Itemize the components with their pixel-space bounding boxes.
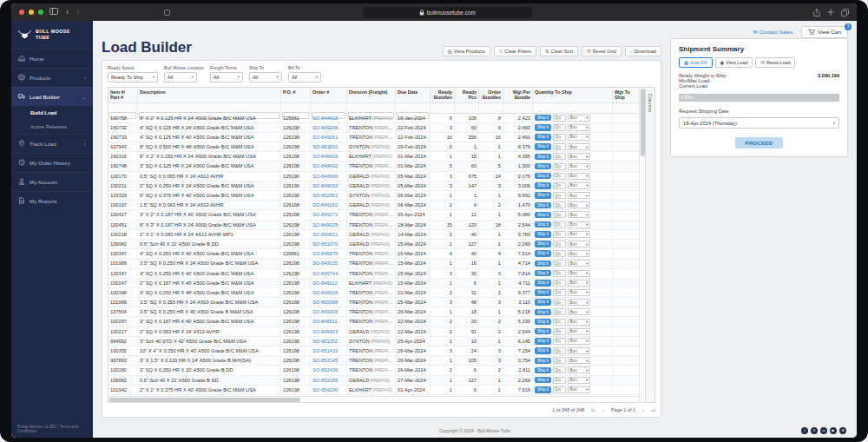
ship-it-button[interactable]: Ship It	[535, 173, 551, 180]
bundle-unit-select[interactable]: Bun▾	[568, 280, 590, 287]
order-link[interactable]: SO-848511	[312, 319, 338, 324]
order-link[interactable]: SO-850098	[312, 300, 338, 305]
brand-logo[interactable]: BULL MOOSE TUBE	[11, 21, 93, 47]
sidebar-item-track-load[interactable]: Track Load›	[11, 134, 93, 153]
back-icon[interactable]: ‹	[64, 8, 70, 16]
order-link[interactable]: SO-849061	[312, 135, 338, 140]
ship-it-button[interactable]: Ship It	[535, 143, 551, 150]
youtube-icon[interactable]: ▶	[830, 427, 837, 434]
bundle-unit-select[interactable]: Bun▾	[568, 289, 590, 296]
order-link[interactable]: SO-849112	[312, 280, 338, 286]
sidebar-item-home[interactable]: Home	[11, 49, 93, 68]
bundle-unit-select[interactable]: Bun▾	[568, 366, 590, 373]
qty-input[interactable]	[553, 221, 566, 228]
view-load-button[interactable]: ◉View Load	[715, 57, 753, 68]
column-header-p-o[interactable]: P.O. #	[281, 88, 311, 102]
qty-input[interactable]	[553, 153, 566, 160]
qty-input[interactable]	[553, 231, 566, 238]
bundle-unit-select[interactable]: Bun▾	[568, 338, 590, 345]
bundle-unit-select[interactable]: Bun▾	[568, 308, 590, 315]
order-link[interactable]: SO-848428	[312, 154, 338, 159]
order-link[interactable]: SO-849025	[312, 222, 338, 228]
clear-sort-button[interactable]: ⇅Clear Sort	[540, 46, 578, 56]
ship-it-button[interactable]: Ship It	[535, 289, 551, 296]
order-link[interactable]: SO-850621	[312, 232, 338, 237]
column-header-due-date[interactable]: Due Date	[396, 88, 431, 102]
order-link[interactable]: SO-849032	[312, 183, 338, 188]
zoom-window-button[interactable]	[38, 10, 43, 15]
ship-it-button[interactable]: Ship It	[535, 358, 551, 365]
sidebar-item-my-reports[interactable]: My Reports	[11, 191, 93, 210]
linkedin-icon[interactable]: in	[820, 427, 827, 434]
bundle-unit-select[interactable]: Bun▾	[568, 201, 590, 208]
ship-it-button[interactable]: Ship It	[535, 134, 551, 141]
bundle-unit-select[interactable]: Bun▾	[568, 328, 590, 335]
bundle-unit-select[interactable]: Bun▾	[568, 211, 590, 218]
vertical-scrollbar[interactable]	[639, 88, 645, 402]
order-link[interactable]: SO-849115	[312, 261, 338, 266]
bundle-unit-select[interactable]: Bun▾	[568, 270, 590, 277]
ship-it-button[interactable]: Ship It	[535, 202, 551, 209]
order-link[interactable]: SO-852951	[312, 193, 338, 198]
bundle-unit-select[interactable]: Bun▾	[568, 347, 590, 354]
auto-fill-button[interactable]: ▦Auto Fill	[679, 57, 713, 68]
ship-it-button[interactable]: Ship It	[535, 115, 551, 122]
qty-input[interactable]	[553, 270, 566, 277]
bill-to-select[interactable]: All▾	[288, 72, 321, 82]
ready-status-select[interactable]: Ready To Ship▾	[108, 72, 158, 82]
bundle-unit-select[interactable]: Bun▾	[568, 299, 590, 306]
ship-it-button[interactable]: Ship It	[535, 347, 551, 354]
qty-input[interactable]	[553, 211, 566, 218]
column-header-description[interactable]: Description	[138, 88, 281, 102]
ship-it-button[interactable]: Ship It	[535, 124, 551, 131]
order-link[interactable]: SO-852436	[312, 367, 338, 373]
ship-it-button[interactable]: Ship It	[535, 182, 551, 189]
bundle-unit-select[interactable]: Bun▾	[568, 182, 590, 189]
ship-it-button[interactable]: Ship It	[535, 163, 551, 170]
qty-input[interactable]	[553, 308, 566, 315]
order-link[interactable]: SO-851542	[312, 144, 338, 149]
column-header-item-part[interactable]: Item #/ Part #	[108, 88, 138, 102]
ship-it-button[interactable]: Ship It	[535, 250, 551, 257]
bundle-unit-select[interactable]: Bun▾	[568, 386, 590, 393]
bundle-unit-select[interactable]: Bun▾	[568, 377, 590, 384]
share-icon[interactable]	[813, 9, 820, 16]
qty-input[interactable]	[553, 250, 566, 257]
ship-it-button[interactable]: Ship It	[535, 386, 551, 393]
bundle-unit-select[interactable]: Bun▾	[568, 241, 590, 247]
bundle-unit-select[interactable]: Bun▾	[568, 260, 590, 267]
contact-sales-link[interactable]: ✉ Contact Sales	[753, 29, 793, 35]
bundle-unit-select[interactable]: Bun▾	[568, 357, 590, 364]
tab-overview-icon[interactable]	[841, 9, 849, 16]
sidebar-subitem-active-releases[interactable]: Active Releases	[11, 120, 93, 134]
bundle-unit-select[interactable]: Bun▾	[568, 319, 590, 326]
ship-it-button[interactable]: Ship It	[535, 192, 551, 199]
qty-input[interactable]	[553, 182, 566, 189]
ship-to-select[interactable]: All▾	[249, 72, 282, 82]
portal-version[interactable]: Portal Version v3.351 | Terms and Condit…	[11, 421, 93, 438]
qty-input[interactable]	[553, 201, 566, 208]
address-bar[interactable]: bullmoosetube.com	[363, 7, 532, 18]
ship-it-button[interactable]: Ship It	[535, 319, 551, 326]
order-link[interactable]: SO-849744	[312, 271, 338, 276]
order-link[interactable]: SO-848428	[312, 290, 338, 295]
bundle-unit-select[interactable]: Bun▾	[568, 143, 590, 150]
qty-input[interactable]	[553, 299, 566, 306]
bundle-unit-select[interactable]: Bun▾	[568, 124, 590, 131]
ship-it-button[interactable]: Ship It	[535, 270, 551, 277]
column-header-order-bundles[interactable]: Order Bundles	[479, 88, 503, 102]
ship-it-button[interactable]: Ship It	[535, 212, 551, 219]
sidebar-item-products[interactable]: Products›	[11, 68, 93, 87]
qty-input[interactable]	[553, 192, 566, 199]
ship-it-button[interactable]: Ship It	[535, 299, 551, 306]
ship-it-button[interactable]: Ship It	[535, 231, 551, 238]
order-link[interactable]: SO-854200	[312, 387, 338, 393]
horizontal-scrollbar[interactable]	[108, 396, 639, 402]
next-page-icon[interactable]: ›	[642, 407, 644, 412]
qty-input[interactable]	[553, 319, 566, 326]
minimize-window-button[interactable]	[29, 10, 34, 15]
x-icon[interactable]: X	[811, 427, 818, 434]
ship-it-button[interactable]: Ship It	[535, 328, 551, 335]
column-header-division-freight[interactable]: Division (Freight)	[347, 88, 396, 102]
qty-input[interactable]	[553, 366, 566, 373]
